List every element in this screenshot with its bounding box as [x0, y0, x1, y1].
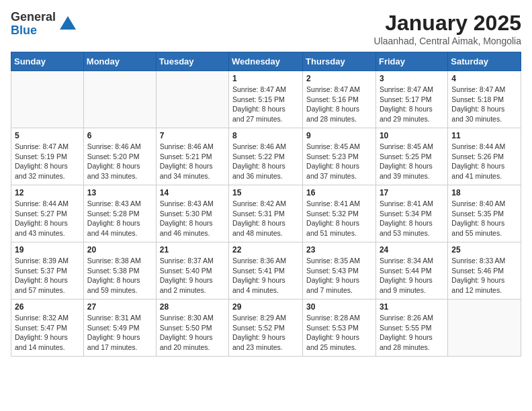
- calendar-cell: 25Sunrise: 8:33 AM Sunset: 5:46 PM Dayli…: [448, 242, 521, 300]
- calendar-cell: 5Sunrise: 8:47 AM Sunset: 5:19 PM Daylig…: [11, 128, 84, 185]
- day-header-saturday: Saturday: [448, 52, 521, 71]
- day-number: 21: [160, 245, 225, 255]
- calendar-cell: 23Sunrise: 8:35 AM Sunset: 5:43 PM Dayli…: [303, 242, 376, 300]
- calendar-cell: [11, 71, 84, 128]
- day-info: Sunrise: 8:26 AM Sunset: 5:55 PM Dayligh…: [380, 313, 444, 353]
- day-info: Sunrise: 8:31 AM Sunset: 5:49 PM Dayligh…: [87, 313, 152, 353]
- day-info: Sunrise: 8:43 AM Sunset: 5:30 PM Dayligh…: [160, 199, 225, 238]
- day-number: 1: [232, 74, 299, 83]
- location-title: Ulaanhad, Central Aimak, Mongolia: [374, 36, 521, 46]
- day-info: Sunrise: 8:40 AM Sunset: 5:35 PM Dayligh…: [451, 199, 517, 238]
- day-number: 4: [451, 74, 517, 83]
- day-number: 23: [306, 245, 372, 255]
- calendar-table: SundayMondayTuesdayWednesdayThursdayFrid…: [11, 52, 521, 357]
- calendar-cell: 28Sunrise: 8:30 AM Sunset: 5:50 PM Dayli…: [156, 300, 228, 357]
- page-header: General Blue January 2025 Ulaanhad, Cent…: [11, 11, 521, 46]
- day-header-wednesday: Wednesday: [229, 52, 303, 71]
- logo-blue: Blue: [11, 24, 56, 38]
- day-info: Sunrise: 8:33 AM Sunset: 5:46 PM Dayligh…: [451, 256, 517, 295]
- calendar-cell: 12Sunrise: 8:44 AM Sunset: 5:27 PM Dayli…: [11, 185, 84, 242]
- day-info: Sunrise: 8:36 AM Sunset: 5:41 PM Dayligh…: [232, 256, 299, 295]
- day-number: 3: [380, 74, 444, 83]
- week-row-5: 26Sunrise: 8:32 AM Sunset: 5:47 PM Dayli…: [11, 300, 521, 357]
- day-info: Sunrise: 8:47 AM Sunset: 5:18 PM Dayligh…: [451, 85, 517, 124]
- calendar-cell: 24Sunrise: 8:34 AM Sunset: 5:44 PM Dayli…: [375, 242, 447, 300]
- day-info: Sunrise: 8:37 AM Sunset: 5:40 PM Dayligh…: [160, 256, 225, 295]
- calendar-cell: 2Sunrise: 8:47 AM Sunset: 5:16 PM Daylig…: [303, 71, 376, 128]
- calendar-cell: 29Sunrise: 8:29 AM Sunset: 5:52 PM Dayli…: [229, 300, 303, 357]
- day-header-friday: Friday: [375, 52, 447, 71]
- week-row-3: 12Sunrise: 8:44 AM Sunset: 5:27 PM Dayli…: [11, 185, 521, 242]
- calendar-cell: 19Sunrise: 8:39 AM Sunset: 5:37 PM Dayli…: [11, 242, 84, 300]
- calendar-cell: [83, 71, 156, 128]
- calendar-cell: 18Sunrise: 8:40 AM Sunset: 5:35 PM Dayli…: [448, 185, 521, 242]
- logo-general: General: [11, 11, 56, 24]
- day-info: Sunrise: 8:45 AM Sunset: 5:25 PM Dayligh…: [380, 142, 444, 181]
- day-info: Sunrise: 8:45 AM Sunset: 5:23 PM Dayligh…: [306, 142, 372, 181]
- day-info: Sunrise: 8:47 AM Sunset: 5:19 PM Dayligh…: [15, 142, 80, 181]
- month-title: January 2025: [374, 11, 521, 36]
- day-info: Sunrise: 8:39 AM Sunset: 5:37 PM Dayligh…: [15, 256, 80, 295]
- week-row-4: 19Sunrise: 8:39 AM Sunset: 5:37 PM Dayli…: [11, 242, 521, 300]
- day-number: 6: [87, 131, 152, 140]
- day-info: Sunrise: 8:28 AM Sunset: 5:53 PM Dayligh…: [306, 313, 372, 353]
- calendar-cell: 30Sunrise: 8:28 AM Sunset: 5:53 PM Dayli…: [303, 300, 376, 357]
- day-header-tuesday: Tuesday: [156, 52, 228, 71]
- day-number: 26: [15, 302, 80, 312]
- day-number: 27: [87, 302, 152, 312]
- calendar-cell: 1Sunrise: 8:47 AM Sunset: 5:15 PM Daylig…: [229, 71, 303, 128]
- day-number: 29: [232, 302, 299, 312]
- logo: General Blue: [11, 11, 77, 38]
- calendar-cell: 11Sunrise: 8:44 AM Sunset: 5:26 PM Dayli…: [448, 128, 521, 185]
- day-number: 2: [306, 74, 372, 83]
- day-info: Sunrise: 8:46 AM Sunset: 5:22 PM Dayligh…: [232, 142, 299, 181]
- day-info: Sunrise: 8:47 AM Sunset: 5:17 PM Dayligh…: [380, 85, 444, 124]
- calendar-cell: 22Sunrise: 8:36 AM Sunset: 5:41 PM Dayli…: [229, 242, 303, 300]
- day-info: Sunrise: 8:41 AM Sunset: 5:34 PM Dayligh…: [380, 199, 444, 238]
- calendar-cell: [448, 300, 521, 357]
- day-number: 12: [15, 188, 80, 197]
- day-number: 30: [306, 302, 372, 312]
- day-info: Sunrise: 8:44 AM Sunset: 5:27 PM Dayligh…: [15, 199, 80, 238]
- day-number: 5: [15, 131, 80, 140]
- calendar-cell: 21Sunrise: 8:37 AM Sunset: 5:40 PM Dayli…: [156, 242, 228, 300]
- calendar-cell: 17Sunrise: 8:41 AM Sunset: 5:34 PM Dayli…: [375, 185, 447, 242]
- calendar-cell: 4Sunrise: 8:47 AM Sunset: 5:18 PM Daylig…: [448, 71, 521, 128]
- day-info: Sunrise: 8:29 AM Sunset: 5:52 PM Dayligh…: [232, 313, 299, 353]
- svg-marker-0: [60, 16, 76, 30]
- day-info: Sunrise: 8:42 AM Sunset: 5:31 PM Dayligh…: [232, 199, 299, 238]
- day-info: Sunrise: 8:46 AM Sunset: 5:20 PM Dayligh…: [87, 142, 152, 181]
- calendar-cell: 8Sunrise: 8:46 AM Sunset: 5:22 PM Daylig…: [229, 128, 303, 185]
- day-info: Sunrise: 8:43 AM Sunset: 5:28 PM Dayligh…: [87, 199, 152, 238]
- day-number: 7: [160, 131, 225, 140]
- day-info: Sunrise: 8:38 AM Sunset: 5:38 PM Dayligh…: [87, 256, 152, 295]
- day-number: 28: [160, 302, 225, 312]
- day-number: 14: [160, 188, 225, 197]
- day-number: 8: [232, 131, 299, 140]
- day-number: 22: [232, 245, 299, 255]
- day-info: Sunrise: 8:44 AM Sunset: 5:26 PM Dayligh…: [451, 142, 517, 181]
- day-info: Sunrise: 8:35 AM Sunset: 5:43 PM Dayligh…: [306, 256, 372, 295]
- day-number: 17: [380, 188, 444, 197]
- day-number: 9: [306, 131, 372, 140]
- day-info: Sunrise: 8:41 AM Sunset: 5:32 PM Dayligh…: [306, 199, 372, 238]
- calendar-cell: 13Sunrise: 8:43 AM Sunset: 5:28 PM Dayli…: [83, 185, 156, 242]
- day-number: 15: [232, 188, 299, 197]
- calendar-cell: 31Sunrise: 8:26 AM Sunset: 5:55 PM Dayli…: [375, 300, 447, 357]
- calendar-cell: 26Sunrise: 8:32 AM Sunset: 5:47 PM Dayli…: [11, 300, 84, 357]
- calendar-cell: 3Sunrise: 8:47 AM Sunset: 5:17 PM Daylig…: [375, 71, 447, 128]
- day-number: 18: [451, 188, 517, 197]
- day-info: Sunrise: 8:47 AM Sunset: 5:16 PM Dayligh…: [306, 85, 372, 124]
- day-number: 16: [306, 188, 372, 197]
- calendar-cell: 27Sunrise: 8:31 AM Sunset: 5:49 PM Dayli…: [83, 300, 156, 357]
- days-header-row: SundayMondayTuesdayWednesdayThursdayFrid…: [11, 52, 521, 71]
- day-number: 11: [451, 131, 517, 140]
- calendar-cell: [156, 71, 228, 128]
- day-info: Sunrise: 8:47 AM Sunset: 5:15 PM Dayligh…: [232, 85, 299, 124]
- day-info: Sunrise: 8:30 AM Sunset: 5:50 PM Dayligh…: [160, 313, 225, 353]
- calendar-cell: 16Sunrise: 8:41 AM Sunset: 5:32 PM Dayli…: [303, 185, 376, 242]
- day-number: 24: [380, 245, 444, 255]
- day-header-thursday: Thursday: [303, 52, 376, 71]
- day-number: 19: [15, 245, 80, 255]
- calendar-cell: 10Sunrise: 8:45 AM Sunset: 5:25 PM Dayli…: [375, 128, 447, 185]
